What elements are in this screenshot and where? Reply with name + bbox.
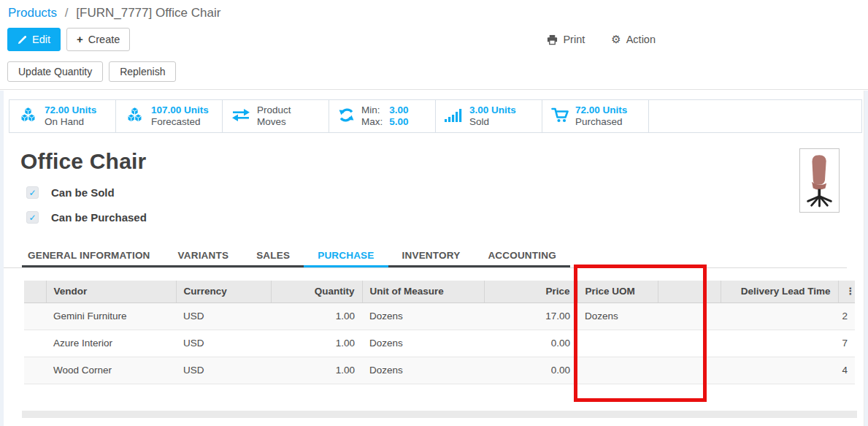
notebook: GENERAL INFORMATION VARIANTS SALES PURCH… (4, 244, 864, 268)
sold-stat-button[interactable]: 3.00 Units Sold (436, 100, 542, 132)
forecasted-stat-button[interactable]: 107.00 Units Forecasted (116, 100, 223, 132)
stat-button-box: 72.00 Units On Hand (9, 99, 862, 133)
quantity-column-header[interactable]: Quantity (271, 281, 362, 303)
product-moves-stat-button[interactable]: Product Moves (223, 100, 329, 132)
uom-cell[interactable]: Dozens (362, 330, 484, 357)
sold-label: Sold (469, 116, 516, 128)
table-header-row: Vendor Currency Quantity Unit of Measure… (24, 281, 855, 303)
uom-cell[interactable]: Dozens (362, 303, 484, 330)
tab-accounting[interactable]: ACCOUNTING (474, 244, 570, 265)
exchange-arrows-icon (231, 109, 250, 124)
create-button[interactable]: + Create (66, 28, 130, 51)
can-be-sold-row: ✓ Can be Sold (26, 186, 864, 199)
delivery-lead-time-cell[interactable]: 2 (721, 303, 855, 330)
can-be-purchased-checkbox[interactable]: ✓ (26, 211, 39, 224)
tab-variants[interactable]: VARIANTS (164, 244, 243, 265)
form-sheet: 72.00 Units On Hand (4, 91, 864, 426)
delivery-lead-time-cell[interactable]: 4 (721, 357, 855, 384)
delivery-lead-time-column-header[interactable]: Delivery Lead Time (721, 281, 838, 303)
min-label: Min: (361, 104, 383, 116)
on-hand-stat-button[interactable]: 72.00 Units On Hand (9, 100, 116, 132)
uom-cell[interactable]: Dozens (362, 357, 484, 384)
price-cell[interactable]: 0.00 (484, 330, 577, 357)
pencil-icon (18, 35, 27, 45)
vendor-table: Vendor Currency Quantity Unit of Measure… (24, 281, 855, 384)
delivery-lead-time-cell[interactable]: 7 (721, 330, 855, 357)
edit-button[interactable]: Edit (7, 28, 61, 51)
max-label: Max: (361, 116, 383, 128)
price-column-header[interactable]: Price (484, 281, 577, 303)
row-handle-cell (24, 330, 46, 357)
action-menu[interactable]: ⚙ Action (611, 33, 656, 46)
can-be-purchased-row: ✓ Can be Purchased (26, 211, 864, 224)
cubes-icon (125, 107, 145, 126)
table-row[interactable]: Azure Interior USD 1.00 Dozens 0.00 7 (24, 330, 855, 357)
currency-cell[interactable]: USD (176, 303, 271, 330)
quantity-cell[interactable]: 1.00 (271, 303, 362, 330)
row-handle-header (24, 281, 46, 303)
cubes-icon (18, 107, 38, 126)
shopping-cart-icon (551, 107, 569, 126)
purchased-label: Purchased (575, 116, 627, 128)
office-chair-image (803, 152, 836, 209)
tab-purchase[interactable]: PURCHASE (304, 244, 388, 265)
check-icon: ✓ (28, 189, 36, 197)
vendor-cell[interactable]: Wood Corner (46, 357, 176, 384)
create-button-label: Create (88, 33, 120, 46)
check-icon: ✓ (28, 213, 36, 222)
breadcrumb-current: [FURN_7777] Office Chair (76, 6, 220, 20)
print-menu-label: Print (563, 34, 585, 45)
breadcrumb-separator: / (61, 6, 73, 20)
replenish-button[interactable]: Replenish (109, 61, 176, 82)
print-menu[interactable]: Print (547, 33, 585, 46)
product-form-page: Products / [FURN_7777] Office Chair Edit… (0, 0, 868, 426)
tab-sales[interactable]: SALES (242, 244, 304, 265)
price-cell[interactable]: 17.00 (484, 303, 577, 330)
can-be-sold-checkbox[interactable]: ✓ (26, 186, 39, 199)
form-content: 72.00 Units On Hand (0, 91, 868, 426)
vendor-cell[interactable]: Gemini Furniture (46, 303, 176, 330)
toolbar-menus: Print ⚙ Action (547, 33, 656, 46)
tab-general-information[interactable]: GENERAL INFORMATION (22, 244, 164, 265)
update-quantity-button[interactable]: Update Quantity (7, 61, 103, 82)
page-title: Office Chair (20, 149, 864, 174)
price-cell[interactable]: 0.00 (484, 357, 577, 384)
purchased-value: 72.00 Units (575, 104, 627, 116)
quantity-cell[interactable]: 1.00 (271, 330, 362, 357)
table-row[interactable]: Wood Corner USD 1.00 Dozens 0.00 4 (24, 357, 855, 384)
edit-button-label: Edit (32, 33, 50, 46)
quantity-cell[interactable]: 1.00 (271, 357, 362, 384)
tab-bar: GENERAL INFORMATION VARIANTS SALES PURCH… (22, 244, 570, 267)
control-panel: Products / [FURN_7777] Office Chair Edit… (0, 0, 868, 90)
row-handle-cell (24, 303, 46, 330)
sold-value: 3.00 Units (469, 104, 516, 116)
uom-column-header[interactable]: Unit of Measure (362, 281, 484, 303)
breadcrumb: Products / [FURN_7777] Office Chair (0, 6, 868, 20)
printer-icon (547, 34, 558, 45)
can-be-sold-label: Can be Sold (51, 186, 115, 199)
annotation-highlight-box (574, 265, 707, 402)
currency-cell[interactable]: USD (176, 357, 271, 384)
currency-column-header[interactable]: Currency (176, 281, 271, 303)
purchased-stat-button[interactable]: 72.00 Units Purchased (542, 100, 649, 132)
forecasted-value: 107.00 Units (151, 104, 209, 116)
vendor-column-header[interactable]: Vendor (46, 281, 176, 303)
on-hand-label: On Hand (45, 116, 96, 128)
on-hand-value: 72.00 Units (45, 104, 96, 116)
forecasted-label: Forecasted (151, 116, 209, 128)
toolbar-row: Edit + Create Print (0, 28, 868, 51)
reordering-rules-stat-button[interactable]: Min: 3.00 Max: 5.00 (329, 100, 436, 132)
stat-box-filler (649, 100, 861, 132)
currency-cell[interactable]: USD (176, 330, 271, 357)
product-image[interactable] (799, 148, 840, 213)
column-options-icon[interactable]: ⋮ (846, 286, 856, 297)
tab-inventory[interactable]: INVENTORY (388, 244, 475, 265)
breadcrumb-products-link[interactable]: Products (8, 6, 57, 20)
vendor-cell[interactable]: Azure Interior (46, 330, 176, 357)
sheet-footer-band (22, 411, 857, 418)
gear-icon: ⚙ (611, 33, 621, 46)
status-button-row: Update Quantity Replenish (0, 61, 868, 82)
table-row[interactable]: Gemini Furniture USD 1.00 Dozens 17.00 D… (24, 303, 855, 330)
row-handle-cell (24, 357, 46, 384)
bar-chart-icon (445, 108, 463, 125)
